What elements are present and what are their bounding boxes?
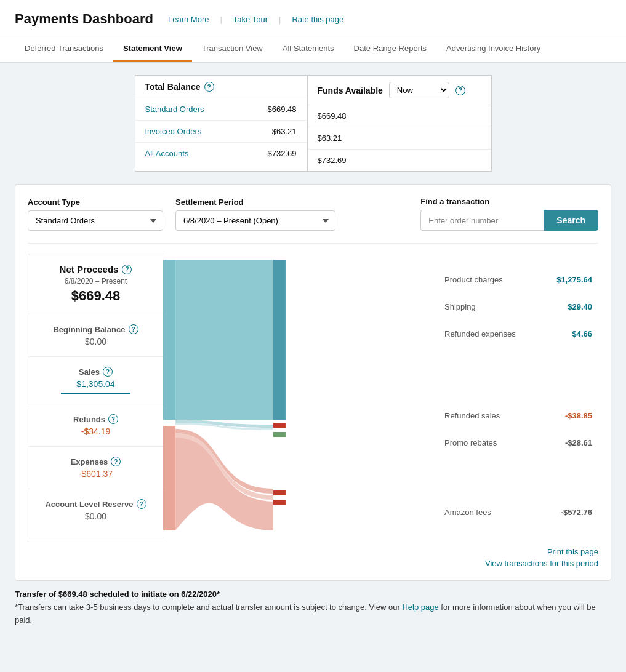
nav-all-statements[interactable]: All Statements bbox=[273, 36, 344, 62]
net-proceeds-info-icon[interactable]: ? bbox=[122, 265, 132, 274]
total-balance-label: Total Balance bbox=[145, 82, 201, 92]
settlement-period-group: Settlement Period 6/8/2020 – Present (Op… bbox=[175, 198, 335, 231]
balance-row-invoiced: Invoiced Orders $63.21 bbox=[135, 121, 307, 143]
net-proceeds-date: 6/8/2020 – Present bbox=[38, 277, 153, 286]
left-panel: Net Proceeds ? 6/8/2020 – Present $669.4… bbox=[28, 254, 163, 538]
settlement-period-label: Settlement Period bbox=[175, 198, 335, 207]
sales-info-icon[interactable]: ? bbox=[103, 367, 113, 377]
sankey-chart bbox=[163, 254, 438, 538]
funds-info-icon[interactable]: ? bbox=[455, 86, 465, 95]
sankey-svg bbox=[163, 254, 438, 537]
transfer-info: Transfer of $669.48 scheduled to initiat… bbox=[15, 588, 611, 626]
funds-available-label: Funds Available bbox=[318, 86, 383, 95]
beginning-balance-value: $0.00 bbox=[38, 337, 153, 346]
invoiced-orders-label[interactable]: Invoiced Orders bbox=[145, 127, 202, 136]
find-input[interactable] bbox=[420, 210, 544, 231]
reserve-value: $0.00 bbox=[38, 511, 153, 521]
funds-available-table: Funds Available Now In 7 days In 14 days… bbox=[307, 75, 492, 172]
reserve-title: Account Level Reserve ? bbox=[38, 499, 153, 509]
transfer-text: Transfer of $669.48 scheduled to initiat… bbox=[15, 590, 220, 599]
take-tour-link[interactable]: Take Tour bbox=[233, 15, 268, 24]
nav-date-range[interactable]: Date Range Reports bbox=[344, 36, 437, 62]
beginning-balance-info-icon[interactable]: ? bbox=[129, 324, 138, 334]
find-row: Search bbox=[420, 210, 598, 231]
standard-orders-total: $669.48 bbox=[268, 105, 297, 114]
svg-rect-2 bbox=[273, 260, 286, 420]
standard-orders-funds: $669.48 bbox=[318, 111, 347, 121]
svg-rect-6 bbox=[273, 500, 286, 505]
svg-rect-0 bbox=[163, 260, 175, 420]
find-transaction-group: Find a transaction Search bbox=[420, 197, 598, 231]
view-transactions-link[interactable]: View transactions for this period bbox=[28, 559, 598, 568]
right-label-refunded-sales: Refunded sales -$38.85 bbox=[444, 411, 592, 420]
product-charges-name: Product charges bbox=[444, 275, 503, 284]
expenses-item: Expenses ? -$601.37 bbox=[28, 447, 163, 489]
right-label-promo: Promo rebates -$28.61 bbox=[444, 438, 592, 447]
net-proceeds-title: Net Proceeds ? bbox=[38, 264, 153, 274]
search-button[interactable]: Search bbox=[544, 210, 598, 231]
funds-dropdown[interactable]: Now In 7 days In 14 days bbox=[389, 82, 449, 98]
refunded-sales-value: -$38.85 bbox=[565, 411, 592, 420]
rate-page-link[interactable]: Rate this page bbox=[292, 15, 343, 24]
right-label-amazon-fees: Amazon fees -$572.76 bbox=[444, 508, 592, 517]
print-link[interactable]: Print this page bbox=[28, 547, 598, 556]
account-type-select[interactable]: Standard Orders Invoiced Orders bbox=[28, 210, 163, 231]
spacer2 bbox=[444, 465, 592, 490]
total-balance-header: Total Balance ? bbox=[135, 76, 307, 98]
nav-deferred[interactable]: Deferred Transactions bbox=[15, 36, 113, 62]
nav-transaction[interactable]: Transaction View bbox=[192, 36, 273, 62]
help-page-link[interactable]: Help page bbox=[402, 602, 438, 612]
nav-statement[interactable]: Statement View bbox=[113, 36, 192, 62]
page-header: Payments Dashboard Learn More | Take Tou… bbox=[0, 0, 626, 36]
promo-rebates-name: Promo rebates bbox=[444, 438, 497, 447]
learn-more-link[interactable]: Learn More bbox=[168, 15, 209, 24]
nav-advertising[interactable]: Advertising Invoice History bbox=[436, 36, 550, 62]
footer-actions: Print this page View transactions for th… bbox=[28, 547, 598, 568]
right-label-shipping: Shipping $29.40 bbox=[444, 302, 592, 311]
right-labels: Product charges $1,275.64 Shipping $29.4… bbox=[438, 254, 598, 538]
funds-row-standard: $669.48 bbox=[308, 105, 491, 127]
refunded-sales-name: Refunded sales bbox=[444, 411, 500, 420]
settlement-period-select[interactable]: 6/8/2020 – Present (Open) bbox=[175, 210, 335, 231]
refunds-item: Refunds ? -$34.19 bbox=[28, 404, 163, 447]
funds-available-header: Funds Available Now In 7 days In 14 days… bbox=[308, 76, 491, 105]
all-accounts-total: $732.69 bbox=[268, 149, 297, 158]
expenses-title: Expenses ? bbox=[38, 457, 153, 466]
page-title: Payments Dashboard bbox=[15, 11, 153, 27]
account-type-group: Account Type Standard Orders Invoiced Or… bbox=[28, 198, 163, 231]
shipping-value: $29.40 bbox=[568, 302, 592, 311]
filter-card: Account Type Standard Orders Invoiced Or… bbox=[15, 184, 611, 581]
sankey-section: Net Proceeds ? 6/8/2020 – Present $669.4… bbox=[28, 254, 598, 538]
reserve-info-icon[interactable]: ? bbox=[137, 499, 146, 509]
refunds-info-icon[interactable]: ? bbox=[108, 414, 118, 424]
right-label-refunded-expenses: Refunded expenses $4.66 bbox=[444, 329, 592, 338]
balance-row-all: All Accounts $732.69 bbox=[135, 143, 307, 164]
sales-underline bbox=[61, 393, 130, 394]
invoiced-orders-funds: $63.21 bbox=[318, 134, 342, 143]
svg-rect-1 bbox=[163, 426, 175, 530]
all-accounts-label[interactable]: All Accounts bbox=[145, 149, 189, 158]
invoiced-orders-total: $63.21 bbox=[272, 127, 297, 136]
expenses-value: -$601.37 bbox=[38, 469, 153, 479]
amazon-fees-name: Amazon fees bbox=[444, 508, 491, 517]
refunds-title: Refunds ? bbox=[38, 414, 153, 424]
expenses-info-icon[interactable]: ? bbox=[111, 457, 121, 466]
balance-row-standard: Standard Orders $669.48 bbox=[135, 98, 307, 121]
net-proceeds-item: Net Proceeds ? 6/8/2020 – Present $669.4… bbox=[28, 254, 163, 314]
total-balance-info-icon[interactable]: ? bbox=[204, 82, 214, 92]
reserve-item: Account Level Reserve ? $0.00 bbox=[28, 489, 163, 531]
filter-row: Account Type Standard Orders Invoiced Or… bbox=[28, 197, 598, 231]
refunded-expenses-name: Refunded expenses bbox=[444, 329, 516, 338]
svg-rect-4 bbox=[273, 432, 286, 437]
spacer bbox=[444, 356, 592, 393]
find-transaction-label: Find a transaction bbox=[420, 197, 598, 206]
sales-item: Sales ? $1,305.04 bbox=[28, 357, 163, 404]
all-accounts-funds: $732.69 bbox=[318, 156, 347, 165]
divider bbox=[28, 243, 598, 244]
right-label-product: Product charges $1,275.64 bbox=[444, 275, 592, 284]
product-charges-value: $1,275.64 bbox=[556, 275, 592, 284]
sales-value[interactable]: $1,305.04 bbox=[38, 379, 153, 389]
standard-orders-label[interactable]: Standard Orders bbox=[145, 105, 204, 114]
refunds-value: -$34.19 bbox=[38, 426, 153, 436]
funds-row-all: $732.69 bbox=[308, 150, 491, 171]
